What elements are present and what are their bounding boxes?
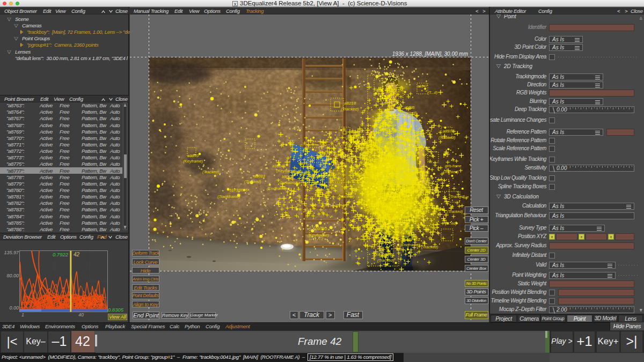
- svg-text:(Keyframe): (Keyframe): [276, 168, 297, 173]
- svg-text:(Tracked): (Tracked): [443, 170, 458, 174]
- svg-text:(Tracked): (Tracked): [449, 195, 465, 199]
- svg-text:(Keyframe): (Keyframe): [308, 233, 329, 238]
- svg-text:42: 42: [74, 252, 80, 257]
- svg-text:a9347: a9347: [417, 84, 428, 88]
- svg-text:09520: 09520: [315, 226, 327, 231]
- svg-text:b9013: b9013: [282, 175, 292, 179]
- svg-text:(T...d): (T...d): [428, 91, 437, 95]
- svg-text:(Tracked): (Tracked): [438, 135, 456, 140]
- svg-text:(Tracked): (Tracked): [401, 111, 416, 115]
- svg-text:(Tracked): (Tracked): [377, 258, 394, 263]
- svg-text:a9924T: a9924T: [272, 164, 287, 168]
- svg-text:b9...8: b9...8: [379, 246, 389, 250]
- svg-text:(Endframe): (Endframe): [400, 242, 420, 247]
- svg-text:135.97: 135.97: [4, 250, 19, 255]
- svg-text:(Keyframe): (Keyframe): [183, 159, 203, 164]
- svg-text:(Tracked): (Tracked): [417, 202, 433, 206]
- svg-text:(Tracked): (Tracked): [447, 210, 463, 214]
- svg-text:a8...6: a8...6: [416, 140, 426, 144]
- svg-text:(T...ed): (T...ed): [445, 221, 457, 226]
- svg-text:(Tracked): (Tracked): [358, 172, 375, 177]
- svg-text:(Tracked): (Tracked): [341, 107, 359, 112]
- svg-text:(Tracked): (Tracked): [387, 129, 402, 134]
- svg-text:(Keyframe): (Keyframe): [409, 186, 428, 190]
- svg-text:80.00: 80.00: [6, 273, 19, 278]
- svg-text:61P322: 61P322: [406, 237, 421, 242]
- svg-text:(Tracked): (Tracked): [244, 179, 261, 184]
- svg-text:(Tracked): (Tracked): [202, 169, 219, 174]
- svg-text:(Keyframe): (Keyframe): [374, 252, 394, 257]
- svg-text:(Endframe): (Endframe): [267, 186, 287, 191]
- svg-text:a9013: a9013: [254, 174, 266, 179]
- svg-text:a8976: a8976: [443, 129, 455, 134]
- svg-text:a9070: a9070: [187, 153, 199, 158]
- svg-text:0.00: 0.00: [9, 305, 19, 311]
- svg-text:a8218: a8218: [344, 101, 356, 106]
- svg-text:(Trackframe): (Trackframe): [217, 194, 240, 199]
- svg-text:a9143: a9143: [351, 129, 363, 134]
- svg-text:(Tracked): (Tracked): [421, 245, 438, 249]
- svg-text:Garbabossa: Garbabossa: [280, 181, 300, 184]
- svg-text:0.8305: 0.8305: [108, 307, 124, 313]
- svg-text:61P10006: 61P10006: [229, 188, 248, 193]
- svg-text:40: 40: [78, 312, 84, 317]
- svg-text:(Tracked): (Tracked): [348, 135, 366, 140]
- svg-text:1: 1: [21, 312, 24, 317]
- svg-text:a7036: a7036: [362, 166, 374, 171]
- svg-text:0.7922: 0.7922: [53, 252, 69, 257]
- svg-text:(Tracked): (Tracked): [338, 194, 355, 199]
- svg-text:a9136: a9136: [404, 106, 415, 109]
- svg-text:girls-frame: girls-frame: [445, 164, 462, 168]
